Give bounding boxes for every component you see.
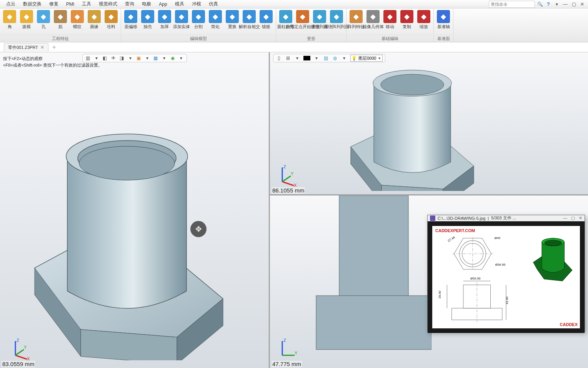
ribbon-button[interactable]: ◆拔模 [18, 9, 35, 30]
ribbon-button-icon: ◆ [105, 10, 118, 23]
ribbon-group-label: 编辑模型 [123, 35, 274, 42]
reference-image-window[interactable]: C:\...\3D-DRAWING-5.jpg | 5/303 文件 ... —… [427, 215, 585, 332]
menu-item[interactable]: 仿真 [205, 0, 222, 8]
target-icon[interactable]: ◉ [170, 55, 176, 61]
close-button[interactable]: ✕ [579, 1, 586, 8]
ref-icon[interactable]: ▦ [153, 55, 159, 61]
ribbon-button[interactable]: ◆坯料 [103, 9, 119, 30]
ribbon-button[interactable]: ◆唇缘 [86, 9, 102, 30]
cube-icon[interactable]: ◨ [119, 55, 125, 61]
reference-drawing: Ø45 Ø36.50 27.44 Ø35.50 [432, 226, 580, 328]
menu-item[interactable]: 查询 [121, 0, 138, 8]
menu-item[interactable]: 点云 [2, 0, 19, 8]
svg-text:29.50: 29.50 [438, 291, 441, 299]
dd-icon[interactable]: ▾ [294, 55, 300, 61]
ribbon-button-label: 复制 [403, 24, 411, 30]
svg-text:Y: Y [24, 345, 27, 350]
search-icon[interactable]: 🔍 [536, 1, 543, 8]
ribbon-button[interactable]: ◆解析自相交 [241, 9, 257, 30]
ribbon-button[interactable]: ◆复制 [399, 9, 415, 30]
model-view-main [15, 110, 246, 360]
section-icon[interactable]: ▯ [276, 55, 282, 61]
ribbon-button[interactable]: ◆移动 [382, 9, 398, 30]
ribbon-button[interactable]: ◆孔 [35, 9, 52, 30]
svg-line-21 [282, 182, 294, 186]
maximize-button[interactable]: ▢ [571, 216, 575, 221]
box-dd-icon[interactable]: ▾ [144, 55, 150, 61]
dd-icon[interactable]: ▾ [341, 55, 347, 61]
menu-item[interactable]: 数据交换 [19, 0, 45, 8]
ribbon-button[interactable]: ◆阵列特征 [348, 9, 364, 30]
color-icon[interactable] [303, 56, 310, 60]
ribbon-button[interactable]: ◆抽壳 [140, 9, 156, 30]
ribbon-button[interactable]: ◆基准轴 [435, 9, 451, 30]
ribbon-button-label: 缠绕阵列到面 [324, 24, 349, 30]
ribbon-button[interactable]: ◆添加实体 [173, 9, 190, 30]
maximize-button[interactable]: ▢ [570, 1, 577, 8]
svg-text:Ø36.50: Ø36.50 [495, 263, 506, 266]
ribbon-button[interactable]: ◆分割 [190, 9, 207, 30]
eye-icon[interactable]: 👁 [110, 55, 117, 61]
reference-window-titlebar[interactable]: C:\...\3D-DRAWING-5.jpg | 5/303 文件 ... —… [428, 215, 585, 221]
ribbon-button[interactable]: ◆螺纹 [69, 9, 85, 30]
menu-item[interactable]: 修复 [45, 0, 62, 8]
snap-icon[interactable]: ⊞ [285, 55, 291, 61]
dd-icon[interactable]: ▾ [313, 55, 320, 61]
close-button[interactable]: ✕ [579, 216, 582, 221]
ribbon-button[interactable]: ◆角 [2, 9, 18, 30]
ribbon-toolbar: ◆角◆拔模◆孔◆筋◆螺纹◆唇缘◆坯料工程特征◆面偏移◆抽壳◆加厚◆添加实体◆分割… [0, 8, 588, 42]
ribbon-button[interactable]: ◆由指定点开始变形 [295, 9, 311, 30]
close-tab-icon[interactable]: ✕ [40, 45, 44, 50]
menu-item[interactable]: App [155, 1, 171, 8]
target-dd-icon[interactable]: ▾ [178, 55, 184, 61]
ribbon-button-label: 角 [8, 24, 12, 30]
menu-item[interactable]: PMI [62, 1, 78, 8]
ribbon-button-label: 简化 [211, 24, 220, 30]
help-dropdown-icon[interactable]: ▾ [553, 1, 560, 8]
menu-item[interactable]: 视觉样式 [95, 0, 121, 8]
ribbon-button-icon: ◆ [243, 10, 256, 23]
menu-item[interactable]: 工具 [78, 0, 95, 8]
menu-item[interactable]: 电极 [138, 0, 155, 8]
document-tab[interactable]: 零件001.Z3PRT ✕ [4, 43, 48, 52]
svg-line-11 [15, 350, 24, 355]
add-tab-button[interactable]: + [50, 44, 58, 51]
menu-item[interactable]: 模具 [171, 0, 188, 8]
ribbon-button[interactable]: ◆镜像几何体 [365, 9, 381, 30]
box-icon[interactable]: ▣ [136, 55, 142, 61]
ribbon-button-label: 移动 [386, 24, 394, 30]
ribbon-button-icon: ◆ [313, 10, 326, 23]
ribbon-button-label: 螺纹 [73, 24, 82, 30]
ribbon-button-icon: ◆ [141, 10, 154, 23]
ribbon-button[interactable]: ◆简化 [207, 9, 223, 30]
layer-combo[interactable]: 图层0000 [350, 55, 383, 62]
viewport-main[interactable]: ▥ ▾ ◧ 👁 ◨ ▾ ▣ ▾ ▦ ▾ ◉ ▾ 按下<F2>动态的观察 <F8>… [0, 52, 269, 368]
ribbon-button-label: 抽壳 [143, 24, 152, 30]
ribbon-button[interactable]: ◆镶嵌 [258, 9, 274, 30]
minimize-button[interactable]: — [563, 216, 567, 221]
ribbon-button[interactable]: ◆加厚 [157, 9, 173, 30]
app-icon [430, 216, 435, 221]
ribbon-button[interactable]: ◆置换 [224, 9, 240, 30]
hide-icon[interactable]: ◧ [102, 55, 108, 61]
ref-dd-icon[interactable]: ▾ [161, 55, 167, 61]
ribbon-button[interactable]: ◆缠绕阵列到面 [328, 9, 345, 30]
svg-text:Z: Z [283, 338, 286, 343]
ribbon-button-label: 基准轴 [437, 24, 450, 30]
ribbon-button[interactable]: ◆筋 [52, 9, 68, 30]
cube-dd-icon[interactable]: ▾ [127, 55, 133, 61]
ribbon-button[interactable]: ◆面偏移 [123, 9, 139, 30]
svg-rect-25 [339, 196, 408, 307]
ribbon-button-icon: ◆ [226, 10, 239, 23]
minimize-button[interactable]: — [562, 1, 569, 8]
ribbon-button[interactable]: ◆缩放 [416, 9, 432, 30]
help-icon[interactable]: ? [545, 1, 552, 8]
display-icon[interactable]: ▧ [323, 55, 329, 61]
reference-file-position: 5/303 文件 ... [491, 215, 516, 221]
menu-item[interactable]: 冲模 [188, 0, 205, 8]
ribbon-button-icon: ◆ [3, 10, 16, 23]
model-view-iso [335, 64, 497, 191]
shade-icon[interactable]: ◍ [332, 55, 338, 61]
viewport-top-right[interactable]: ▯ ⊞ ▾ ▾ ▧ ◍ ▾ 图层0000 Z [270, 52, 588, 195]
command-search-input[interactable] [489, 1, 535, 8]
